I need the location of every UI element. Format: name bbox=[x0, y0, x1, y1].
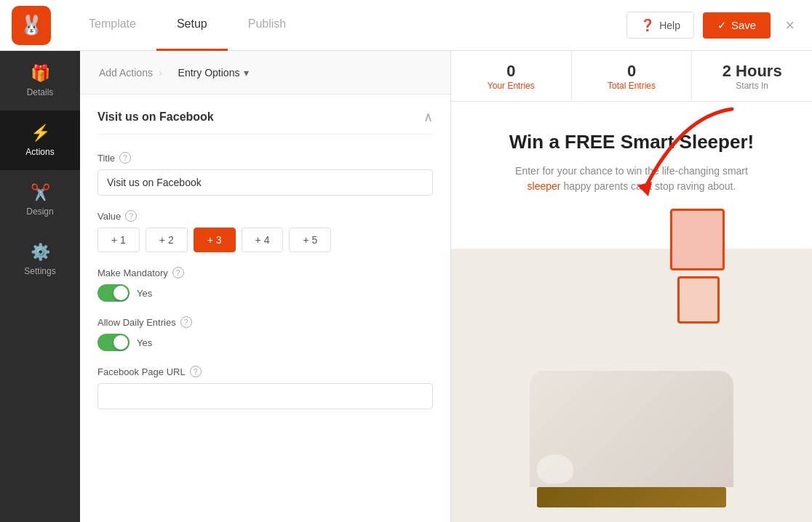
time-label: Starts In bbox=[736, 81, 768, 91]
sidebar-item-settings-label: Settings bbox=[24, 266, 55, 276]
value-buttons: + 1 + 2 + 3 + 4 + 5 bbox=[97, 228, 433, 252]
top-nav: 🐰 Template Setup Publish ❓ Help ✓ Save × bbox=[0, 0, 812, 51]
section-header: Visit us on Facebook ∧ bbox=[97, 109, 433, 134]
sidebar-item-details-label: Details bbox=[27, 87, 54, 97]
mandatory-group: Make Mandatory ? Yes bbox=[97, 267, 433, 302]
sidebar-item-settings[interactable]: ⚙️ Settings bbox=[0, 230, 80, 289]
time-stat: 2 Hours Starts In bbox=[692, 51, 812, 101]
title-help-icon[interactable]: ? bbox=[119, 152, 131, 164]
sidebar-item-details[interactable]: 🎁 Details bbox=[0, 51, 80, 111]
save-checkmark-icon: ✓ bbox=[717, 19, 727, 32]
logo-icon: 🐰 bbox=[20, 14, 43, 36]
close-button[interactable]: × bbox=[779, 13, 800, 38]
center-panel: Add Actions › Entry Options ▾ Visit us o… bbox=[80, 51, 451, 522]
entry-options-label: Entry Options bbox=[178, 67, 240, 79]
actions-icon: ⚡ bbox=[31, 124, 50, 142]
daily-group: Allow Daily Entries ? Yes bbox=[97, 316, 433, 351]
help-icon: ❓ bbox=[640, 18, 655, 32]
preview-image-area bbox=[495, 209, 768, 507]
logo[interactable]: 🐰 bbox=[12, 6, 51, 45]
preview-subtext: Enter for your chance to win the life-ch… bbox=[515, 164, 748, 194]
mandatory-toggle-row: Yes bbox=[97, 284, 433, 302]
details-icon: 🎁 bbox=[31, 64, 50, 83]
preview-headline: Win a FREE Smart Sleeper! bbox=[509, 131, 754, 153]
time-value: 2 Hours bbox=[723, 62, 782, 81]
form-panel: Visit us on Facebook ∧ Title ? Value ? +… bbox=[80, 95, 450, 522]
help-label: Help bbox=[659, 20, 680, 31]
sheep-figure bbox=[537, 454, 573, 483]
value-btn-3[interactable]: + 3 bbox=[194, 228, 236, 252]
nav-right-actions: ❓ Help ✓ Save × bbox=[626, 12, 800, 39]
collapse-button[interactable]: ∧ bbox=[423, 109, 433, 125]
your-entries-label: Your Entries bbox=[487, 81, 535, 91]
preview-subtext-2: sleeper bbox=[528, 180, 561, 192]
value-label-text: Value bbox=[97, 211, 121, 222]
value-help-icon[interactable]: ? bbox=[125, 210, 137, 222]
mandatory-toggle[interactable] bbox=[97, 284, 130, 302]
sub-nav: Add Actions › Entry Options ▾ bbox=[80, 51, 450, 95]
preview-subtext-1: Enter for your chance to win the life-ch… bbox=[515, 165, 748, 177]
art-frame-2 bbox=[677, 276, 720, 324]
daily-toggle-label: Yes bbox=[137, 337, 152, 348]
facebook-url-label-text: Facebook Page URL bbox=[97, 366, 186, 377]
sidebar-item-design-label: Design bbox=[26, 206, 53, 217]
daily-toggle[interactable] bbox=[97, 334, 130, 351]
value-label: Value ? bbox=[97, 210, 433, 222]
settings-icon: ⚙️ bbox=[31, 243, 50, 262]
preview-subtext-3: happy parents can't stop raving about. bbox=[563, 180, 736, 192]
preview-content: Win a FREE Smart Sleeper! Enter for your… bbox=[451, 102, 812, 522]
nav-tabs: Template Setup Publish bbox=[68, 0, 306, 51]
mandatory-help-icon[interactable]: ? bbox=[172, 267, 184, 278]
mandatory-toggle-label: Yes bbox=[137, 288, 152, 299]
mandatory-label-text: Make Mandatory bbox=[97, 268, 168, 278]
facebook-url-label: Facebook Page URL ? bbox=[97, 366, 433, 377]
value-btn-1[interactable]: + 1 bbox=[97, 228, 140, 252]
entry-options-button[interactable]: Entry Options ▾ bbox=[170, 63, 258, 83]
sidebar-item-actions[interactable]: ⚡ Actions bbox=[0, 111, 80, 170]
help-button[interactable]: ❓ Help bbox=[626, 12, 694, 39]
your-entries-stat: 0 Your Entries bbox=[451, 51, 572, 101]
product-body bbox=[522, 371, 741, 507]
title-label-text: Title bbox=[97, 153, 115, 164]
tab-template[interactable]: Template bbox=[68, 0, 156, 51]
mandatory-label: Make Mandatory ? bbox=[97, 267, 433, 278]
stats-bar: 0 Your Entries 0 Total Entries 2 Hours S… bbox=[451, 51, 812, 102]
facebook-url-input[interactable] bbox=[97, 383, 433, 409]
facebook-url-help-icon[interactable]: ? bbox=[190, 366, 202, 377]
value-btn-5[interactable]: + 5 bbox=[289, 228, 331, 252]
red-arrow-annotation bbox=[623, 102, 754, 218]
add-actions-button[interactable]: Add Actions › bbox=[92, 63, 170, 83]
total-entries-label: Total Entries bbox=[608, 81, 656, 91]
sidebar-item-actions-label: Actions bbox=[25, 147, 54, 157]
tab-setup[interactable]: Setup bbox=[156, 0, 228, 51]
preview-panel: 0 Your Entries 0 Total Entries 2 Hours S… bbox=[451, 51, 812, 522]
sidebar-item-design[interactable]: ✂️ Design bbox=[0, 170, 80, 230]
your-entries-value: 0 bbox=[506, 62, 515, 81]
daily-help-icon[interactable]: ? bbox=[180, 316, 192, 328]
daily-toggle-knob bbox=[114, 335, 128, 350]
chevron-down-icon: ▾ bbox=[244, 67, 249, 79]
save-label: Save bbox=[731, 19, 756, 31]
title-input[interactable] bbox=[97, 169, 433, 196]
daily-label: Allow Daily Entries ? bbox=[97, 316, 433, 328]
facebook-url-group: Facebook Page URL ? bbox=[97, 366, 433, 409]
value-btn-4[interactable]: + 4 bbox=[242, 228, 284, 252]
daily-toggle-row: Yes bbox=[97, 334, 433, 351]
tab-publish[interactable]: Publish bbox=[228, 0, 306, 51]
total-entries-value: 0 bbox=[627, 62, 636, 81]
product-top bbox=[530, 371, 733, 487]
value-btn-2[interactable]: + 2 bbox=[146, 228, 188, 252]
title-label: Title ? bbox=[97, 152, 433, 164]
total-entries-stat: 0 Total Entries bbox=[572, 51, 693, 101]
main-content: 🎁 Details ⚡ Actions ✂️ Design ⚙️ Setting… bbox=[0, 51, 812, 522]
value-group: Value ? + 1 + 2 + 3 + 4 + 5 bbox=[97, 210, 433, 252]
save-button[interactable]: ✓ Save bbox=[703, 12, 771, 39]
mandatory-toggle-knob bbox=[114, 286, 128, 300]
chevron-right-icon: › bbox=[159, 67, 162, 79]
design-icon: ✂️ bbox=[31, 183, 50, 202]
section-title: Visit us on Facebook bbox=[97, 111, 214, 124]
art-frame-1 bbox=[670, 209, 725, 270]
add-actions-label: Add Actions bbox=[99, 67, 153, 79]
product-wood-strip bbox=[537, 487, 726, 507]
title-group: Title ? bbox=[97, 152, 433, 196]
